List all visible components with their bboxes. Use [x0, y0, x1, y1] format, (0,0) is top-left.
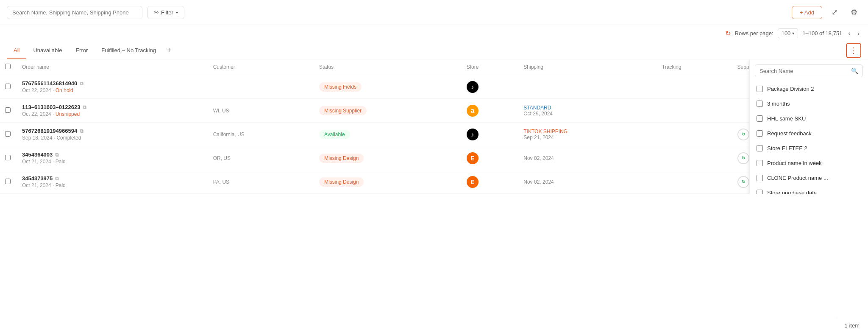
dropdown-item-checkbox[interactable] [757, 101, 763, 107]
copy-icon[interactable]: ⧉ [55, 176, 59, 182]
dropdown-item-checkbox[interactable] [757, 130, 763, 137]
order-date: Sep 18, 2024 · Completed [22, 135, 203, 141]
dropdown-item-checkbox[interactable] [757, 190, 763, 194]
order-status-label: Completed [56, 135, 81, 141]
tiktok-store-icon: ♪ [467, 81, 479, 93]
select-all-checkbox[interactable] [5, 64, 11, 69]
status-cell: Missing Design [314, 170, 462, 194]
status-cell: Missing Supplier [314, 99, 462, 123]
dropdown-search-wrapper[interactable]: 🔍 [755, 64, 863, 77]
copy-icon[interactable]: ⧉ [80, 128, 83, 134]
order-name-cell: 576755611436814940 ⧉ Oct 22, 2024 · On h… [17, 75, 208, 99]
filter-button[interactable]: ⚯ Filter ▾ [147, 6, 184, 19]
customer-cell: California, US [208, 123, 314, 146]
dropdown-item-checkbox[interactable] [757, 175, 763, 181]
dropdown-item-label: Product name in week [767, 160, 822, 166]
search-input[interactable] [12, 9, 137, 16]
search-icon: 🔍 [851, 67, 858, 74]
shipping-cell: Nov 02, 2024 [518, 170, 657, 194]
dropdown-item-label: 3 months [767, 101, 790, 107]
gear-icon: ⚙ [851, 8, 857, 17]
table-row: 3454373975 ⧉ Oct 21, 2024 · Paid PA, USM… [0, 170, 868, 194]
supplier-icon: ↻ [737, 176, 749, 188]
dropdown-item[interactable]: Product name in week [750, 156, 868, 171]
dropdown-item[interactable]: Store ELFTEE 2 [750, 141, 868, 156]
dropdown-item-label: Store ELFTEE 2 [767, 145, 807, 151]
shipping-cell: STANDARDOct 29, 2024 [518, 99, 657, 123]
tab-all[interactable]: All [7, 43, 26, 59]
dropdown-item-label: CLONE Product name ... [767, 175, 828, 181]
store-cell: ♪ [462, 123, 519, 146]
tracking-cell [657, 75, 732, 99]
order-name-cell: 113–6131603–0122623 ⧉ Oct 22, 2024 · Uns… [17, 99, 208, 123]
refresh-icon[interactable]: ↻ [725, 29, 731, 37]
filter-icon: ⚯ [154, 9, 159, 16]
top-bar: ⚯ Filter ▾ + Add ⤢ ⚙ [0, 0, 868, 25]
status-badge: Missing Design [319, 154, 364, 163]
tab-unavailable[interactable]: Unavailable [26, 43, 69, 59]
dropdown-item[interactable]: CLONE Product name ... [750, 171, 868, 185]
copy-icon[interactable]: ⧉ [55, 152, 59, 158]
dropdown-item-checkbox[interactable] [757, 145, 763, 151]
dropdown-item-checkbox[interactable] [757, 115, 763, 122]
row-checkbox[interactable] [5, 179, 11, 184]
shipping-date: Nov 02, 2024 [523, 179, 652, 185]
orders-table: Order name Customer Status Store Shippin… [0, 59, 868, 194]
row-checkbox[interactable] [5, 107, 11, 113]
dropdown-search-input[interactable] [760, 68, 851, 74]
dropdown-item-label: Package Division 2 [767, 86, 814, 92]
store-cell: E [462, 146, 519, 170]
col-customer: Customer [208, 59, 314, 75]
rows-per-page-select[interactable]: 100 ▾ [778, 28, 798, 38]
status-badge: Available [319, 130, 350, 139]
table-row: 3454364003 ⧉ Oct 21, 2024 · Paid OR, USM… [0, 146, 868, 170]
dropdown-item-checkbox[interactable] [757, 86, 763, 92]
add-button[interactable]: + Add [792, 6, 822, 19]
more-options-button[interactable]: ⋮ [846, 43, 861, 58]
dropdown-items-list: Package Division 2 3 months HHL same SKU… [750, 81, 868, 194]
order-status-label: Paid [56, 159, 66, 165]
dropdown-item[interactable]: 3 months [750, 96, 868, 111]
order-name-cell: 576726819194966594 ⧉ Sep 18, 2024 · Comp… [17, 123, 208, 146]
order-status-label: Paid [56, 182, 66, 188]
next-page-button[interactable]: › [856, 29, 861, 38]
search-wrapper[interactable] [7, 6, 142, 19]
shipping-label: TIKTOK SHIPPING [523, 129, 652, 134]
order-date: Oct 22, 2024 · Unshipped [22, 111, 203, 117]
copy-icon[interactable]: ⧉ [80, 81, 83, 87]
shipping-cell: TIKTOK SHIPPINGSep 21, 2024 [518, 123, 657, 146]
store-cell: E [462, 170, 519, 194]
dropdown-item-checkbox[interactable] [757, 160, 763, 166]
order-number: 3454373975 ⧉ [22, 175, 203, 182]
table-row: 576755611436814940 ⧉ Oct 22, 2024 · On h… [0, 75, 868, 99]
tabs-bar: All Unavailable Error Fulfilled – No Tra… [0, 42, 868, 59]
expand-button[interactable]: ⤢ [827, 5, 842, 20]
status-cell: Missing Fields [314, 75, 462, 99]
shipping-date: Oct 29, 2024 [523, 111, 652, 117]
prev-page-button[interactable]: ‹ [846, 29, 852, 38]
add-tab-button[interactable]: + [163, 42, 176, 59]
dropdown-item[interactable]: Store purchase date [750, 185, 868, 194]
row-checkbox[interactable] [5, 84, 11, 89]
status-badge: Missing Fields [319, 82, 362, 92]
dropdown-item[interactable]: HHL same SKU [750, 111, 868, 126]
copy-icon[interactable]: ⧉ [83, 104, 86, 110]
shipping-date: Sep 21, 2024 [523, 134, 652, 140]
dropdown-item[interactable]: Request feedback [750, 126, 868, 141]
add-label: + Add [800, 9, 814, 16]
shipping-label: STANDARD [523, 105, 652, 111]
row-checkbox[interactable] [5, 131, 11, 137]
tab-fulfilled-no-tracking[interactable]: Fulfilled – No Tracking [95, 43, 163, 59]
tab-error[interactable]: Error [69, 43, 95, 59]
settings-button[interactable]: ⚙ [847, 5, 861, 20]
col-order-name: Order name [17, 59, 208, 75]
table-row: 576726819194966594 ⧉ Sep 18, 2024 · Comp… [0, 123, 868, 146]
order-status-label: On hold [56, 87, 73, 93]
page-navigation: ‹ › [846, 29, 861, 38]
etsy-store-icon: E [467, 176, 479, 188]
status-cell: Available [314, 123, 462, 146]
etsy-store-icon: E [467, 152, 479, 164]
row-checkbox[interactable] [5, 155, 11, 160]
dropdown-item[interactable]: Package Division 2 [750, 81, 868, 96]
col-store: Store [462, 59, 519, 75]
